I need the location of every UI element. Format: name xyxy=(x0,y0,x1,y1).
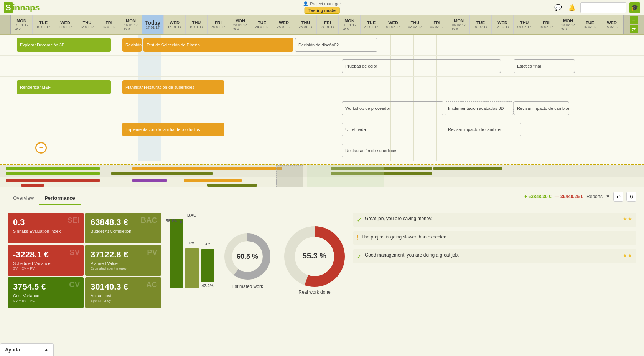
task-bar[interactable]: Planificar restauración de superficies xyxy=(122,80,224,94)
day-date: 08-02-17 xyxy=(496,25,509,29)
kpi-abbr: SEI xyxy=(68,216,80,225)
task-bar[interactable]: Revisión xyxy=(122,38,142,52)
task-bar[interactable]: Estética final xyxy=(514,59,575,73)
logo-s: S xyxy=(4,2,13,13)
today-date: 17-01-17 xyxy=(146,26,160,30)
day-name: WED xyxy=(279,20,289,25)
task-bar[interactable]: UI refinada xyxy=(342,123,443,136)
day-date: 23-01-17W 4 xyxy=(233,23,247,31)
chat-icon-btn[interactable]: 💬 xyxy=(553,2,563,13)
kpi-abbr: AC xyxy=(146,280,157,289)
task-bar[interactable]: Revisar impacto de cambios xyxy=(445,123,521,136)
task-bar[interactable]: Test de Selección de Diseño xyxy=(143,38,293,52)
donut-real-svg: 55.3 % xyxy=(284,226,345,287)
day-date: 15-02-17 xyxy=(605,25,619,29)
mini-bar xyxy=(6,172,100,175)
kpi-formula: Estimated spent money xyxy=(91,267,156,270)
day-date: 24-01-17 xyxy=(255,25,269,29)
gantt-header: MON09-01-17W 2TUE10-01-17WED11-01-17THU1… xyxy=(0,15,644,35)
day-name: TUE xyxy=(367,20,376,25)
today-label: Today xyxy=(145,20,160,26)
gantt-day-15-02-17: WED15-02-17 xyxy=(601,15,623,34)
day-name: TUE xyxy=(39,20,48,25)
day-name: MON xyxy=(16,18,26,23)
day-name: FRI xyxy=(215,20,222,25)
task-bar[interactable]: Explorar Decoración 3D xyxy=(17,38,111,52)
perf-tabs: Overview Performance + 63848.30 € — 3944… xyxy=(0,187,644,205)
bac-bar-pv-ac: 58.1% ▶ PV xyxy=(185,219,199,288)
task-bar[interactable]: Implementación acabados 3D xyxy=(445,101,514,115)
undo-btn[interactable]: ↩ xyxy=(613,192,623,202)
ayuda-panel[interactable]: Ayuda ▲ xyxy=(0,343,54,356)
svg-text:55.3 %: 55.3 % xyxy=(303,252,326,260)
logo-text: innaps xyxy=(13,3,40,13)
day-date: 25-01-17 xyxy=(277,25,291,29)
day-name: THU xyxy=(192,20,201,25)
gantt-day-13-01-17: FRI13-01-17 xyxy=(98,15,120,34)
gantt-day-19-01-17: THU19-01-17 xyxy=(186,15,208,34)
gantt-day-25-01-17: WED25-01-17 xyxy=(273,15,295,34)
day-date: 09-02-17 xyxy=(517,25,531,29)
gantt-rows: Explorar Decoración 3DRevisiónTest de Se… xyxy=(0,35,644,164)
mini-bar xyxy=(433,167,502,170)
day-date: 19-01-17 xyxy=(189,25,203,29)
search-input[interactable] xyxy=(580,2,626,13)
gantt-day-09-01-17: MON09-01-17W 2 xyxy=(11,15,33,34)
tab-overview[interactable]: Overview xyxy=(8,192,39,205)
gantt-day-27-01-17: FRI27-01-17 xyxy=(317,15,339,34)
task-bar[interactable]: Decisión de diseño02 xyxy=(295,38,377,52)
plus-col-btn[interactable]: + xyxy=(630,16,638,24)
task-bar[interactable]: Revisar impacto de cambios xyxy=(514,101,569,115)
gantt-day-16-01-17: MON16-01-17W 3 xyxy=(120,15,142,34)
ac-label: AC xyxy=(205,242,210,246)
logo[interactable]: S innaps xyxy=(4,2,40,13)
today-overlay xyxy=(276,165,303,187)
msg-icon: ✓ xyxy=(357,253,362,260)
ayuda-label: Ayuda xyxy=(5,347,20,353)
svg-text:60.5 %: 60.5 % xyxy=(237,253,258,260)
day-name: MON xyxy=(563,18,573,23)
reports-dropdown-icon[interactable]: ▼ xyxy=(606,194,610,199)
day-date: 02-02-17 xyxy=(408,25,422,29)
day-name: THU xyxy=(411,20,420,25)
kpi-label: Budget At Completion xyxy=(91,229,156,233)
task-bar[interactable]: Restauración de superficies xyxy=(342,144,443,157)
kpi-label: Sinnaps Evaluation Index xyxy=(13,229,78,233)
task-bar[interactable]: Pruebas de color xyxy=(342,59,501,73)
reports-label[interactable]: Reports xyxy=(586,194,603,199)
day-date: 10-01-17 xyxy=(36,25,50,29)
bell-icon-btn[interactable]: 🔔 xyxy=(567,2,577,13)
kpi-label: Actual cost xyxy=(91,293,156,298)
ac-bar: AC xyxy=(201,249,214,282)
gantt-days: MON09-01-17W 2TUE10-01-17WED11-01-17THU1… xyxy=(11,15,623,34)
messages-panel: ✓ Great job, you are saving money. ★★ ! … xyxy=(353,213,636,308)
day-name: WED xyxy=(607,20,617,25)
ayuda-chevron-icon: ▲ xyxy=(44,347,49,353)
refresh-btn[interactable]: ↻ xyxy=(626,192,636,202)
gantt-day-03-02-17: FRI03-02-17 xyxy=(426,15,448,34)
message-item-0: ✓ Great job, you are saving money. ★★ xyxy=(353,213,636,227)
task-bar[interactable]: Workshop de proveedor xyxy=(342,101,443,115)
gantt-day-14-02-17: TUE14-02-17 xyxy=(579,15,601,34)
task-bar[interactable]: Implementación de familia de productos xyxy=(122,123,224,136)
day-name: WED xyxy=(388,20,398,25)
tab-performance[interactable]: Performance xyxy=(39,192,80,205)
gantt-day-10-02-17: FRI10-02-17 xyxy=(535,15,557,34)
switch-col-btn[interactable]: ⇄ xyxy=(630,25,638,33)
msg-text: Good management, you are doing a great j… xyxy=(365,252,619,258)
pct-47-label: 47.2% xyxy=(201,283,213,288)
gantt-day-31-01-17: TUE31-01-17 xyxy=(361,15,382,34)
day-name: MON xyxy=(235,18,245,23)
add-task-btn[interactable]: + xyxy=(35,142,47,154)
pv-label: PV xyxy=(189,241,194,245)
pct-arrow: ▶ xyxy=(180,219,183,224)
gantt-day-01-02-17: WED01-02-17 xyxy=(382,15,404,34)
day-date: 13-02-17W 7 xyxy=(561,23,575,31)
mini-bars xyxy=(0,165,644,177)
mini-bar xyxy=(132,179,167,182)
highlight-region xyxy=(307,165,384,187)
bac-bars: 58.1% ▶ PV AC 47.2% xyxy=(170,219,214,288)
task-bar[interactable]: Renderizar M&F xyxy=(17,80,111,94)
day-name: MON xyxy=(454,18,464,23)
gantt-day-26-01-17: THU26-01-17 xyxy=(295,15,317,34)
